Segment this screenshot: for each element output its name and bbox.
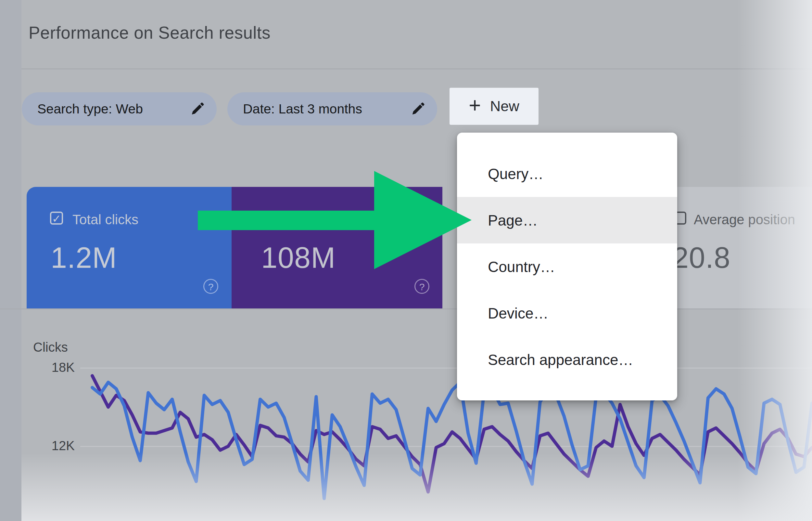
menu-item-query[interactable]: Query… bbox=[457, 151, 677, 197]
new-filter-dropdown-menu: Query… Page… Country… Device… Search app… bbox=[457, 133, 677, 401]
clicks-chart bbox=[0, 0, 812, 521]
right-fade-overlay bbox=[737, 0, 812, 521]
menu-item-device[interactable]: Device… bbox=[457, 290, 677, 336]
bottom-fade-overlay bbox=[21, 453, 812, 521]
menu-item-country[interactable]: Country… bbox=[457, 244, 677, 290]
menu-item-page[interactable]: Page… bbox=[457, 197, 677, 244]
search-console-performance-screen: Performance on Search results Search typ… bbox=[0, 0, 812, 521]
menu-item-search-appearance[interactable]: Search appearance… bbox=[457, 336, 677, 383]
